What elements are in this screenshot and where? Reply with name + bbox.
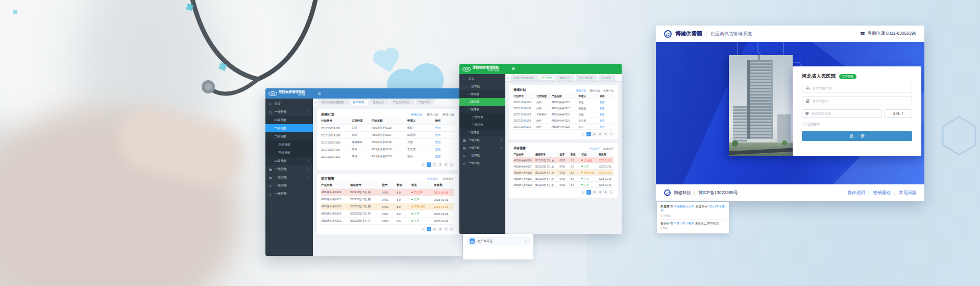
tab-close-icon[interactable]: ○	[365, 101, 366, 104]
prev-page-button[interactable]: ‹	[421, 227, 426, 231]
sidebar-item-nav2[interactable]: 二级导航v	[459, 129, 505, 136]
sidebar-item-home[interactable]: ⌂首页	[265, 100, 313, 108]
tab-user-management[interactable]: 用户管理○	[350, 99, 369, 105]
prev-page-button[interactable]: ‹	[421, 162, 426, 167]
page-button[interactable]: 2	[432, 227, 437, 231]
sidebar-item-nav1[interactable]: △一级导航	[459, 159, 505, 167]
sidebar-item-nav1[interactable]: ▦一级导航v	[459, 136, 505, 144]
remember-checkbox[interactable]	[802, 123, 805, 126]
page-button[interactable]: 3	[438, 162, 443, 167]
view-link[interactable]: 查看	[435, 155, 454, 158]
view-link[interactable]: 查看	[600, 107, 614, 110]
sidebar-item-nav2[interactable]: 二级导航v	[265, 157, 313, 165]
tab-close-icon[interactable]: ○	[571, 77, 572, 79]
tab-close-icon[interactable]: ○	[612, 77, 613, 79]
prev-page-button[interactable]: ‹	[581, 190, 585, 195]
view-link[interactable]: 查看	[435, 126, 454, 130]
page-button[interactable]: 1	[427, 162, 431, 167]
view-link[interactable]: 查看	[435, 140, 454, 144]
page-button[interactable]: 3	[438, 227, 443, 231]
tab-category-settings[interactable]: 产品分类设置○	[390, 99, 414, 105]
sidebar-item-nav2[interactable]: 二级导航^	[265, 132, 313, 140]
page-button[interactable]: 1	[586, 132, 591, 136]
menu-toggle-icon[interactable]: ≡	[318, 91, 321, 96]
stock-link-highvalue[interactable]: 高值库存	[443, 177, 454, 181]
page-button[interactable]: 2	[592, 190, 597, 195]
tab-close-icon[interactable]: ○	[553, 77, 554, 79]
plan-link-use[interactable]: 领用计划	[411, 113, 422, 116]
tab-notices[interactable]: 通知公告○	[557, 75, 574, 81]
page-button[interactable]: 2	[432, 162, 437, 167]
page-button[interactable]: 4	[444, 227, 448, 231]
notification-link[interactable]: 风暴精英小分队	[674, 205, 695, 208]
sidebar-item-nav1[interactable]: ▦一级导航v	[265, 165, 313, 173]
stock-link-product[interactable]: 产品库存	[590, 147, 600, 150]
plan-link-highvalue[interactable]: 高值计划	[443, 113, 454, 116]
plan-link-reserve[interactable]: 预约计划	[590, 89, 600, 92]
page-button[interactable]: 3	[598, 132, 602, 136]
username-input[interactable]	[812, 86, 909, 90]
password-input[interactable]	[812, 99, 909, 103]
tab-close-icon[interactable]: ○	[594, 77, 595, 79]
view-link[interactable]: 查看	[600, 113, 614, 116]
plan-link-use[interactable]: 领用计划	[576, 89, 586, 92]
next-page-button[interactable]: ›	[609, 190, 614, 195]
captcha-input[interactable]	[812, 112, 878, 115]
view-link[interactable]: 查看	[600, 119, 614, 122]
footer-link-faq[interactable]: 常见问题	[899, 190, 916, 196]
prev-page-button[interactable]: ‹	[581, 132, 585, 136]
tab-close-icon[interactable]: ○	[345, 101, 346, 104]
sidebar-item-nav2[interactable]: 二级导航	[459, 90, 505, 98]
next-page-button[interactable]: ›	[609, 132, 614, 136]
tab-cert-warning[interactable]: 资质证件效期预警○	[318, 99, 348, 105]
sidebar-item-nav1[interactable]: ▤一级导航v	[459, 144, 505, 152]
sidebar-item-nav1[interactable]: △一级导航	[265, 189, 313, 198]
tab-product-outbound[interactable]: 产品出库○	[599, 75, 615, 81]
view-link[interactable]: 查看	[435, 148, 454, 151]
captcha-question[interactable]: 6+8=?	[885, 109, 912, 118]
view-link[interactable]: 查看	[435, 133, 454, 137]
footer-link-manual[interactable]: 操作说明	[848, 190, 865, 196]
page-button[interactable]: 3	[598, 190, 602, 195]
plan-link-reserve[interactable]: 预约计划	[427, 113, 438, 116]
next-page-button[interactable]: ›	[449, 227, 454, 231]
sidebar-item-nav1[interactable]: ▢一级导航^	[459, 83, 505, 90]
tabs-collapse-icon[interactable]: «	[315, 101, 316, 104]
sidebar-item-nav2[interactable]: 二级导航	[265, 116, 313, 124]
sidebar-item-nav3[interactable]: 三级导航	[459, 121, 505, 129]
login-button[interactable]: 登 录	[802, 131, 912, 141]
page-button[interactable]: 1	[586, 190, 591, 195]
menu-toggle-icon[interactable]: ≡	[512, 66, 515, 72]
tab-product-outbound[interactable]: 产品出库○	[416, 99, 434, 105]
view-link[interactable]: 查看	[600, 101, 614, 104]
sidebar-item-nav2[interactable]: 二级导航^	[459, 106, 505, 113]
page-button[interactable]: 2	[592, 132, 597, 136]
plan-link-highvalue[interactable]: 高值计划	[603, 89, 614, 92]
expand-icon[interactable]: ↗	[524, 240, 527, 243]
tab-cert-warning[interactable]: 资质证件效期预警○	[511, 75, 537, 81]
tab-close-icon[interactable]: ○	[431, 101, 432, 104]
tab-close-icon[interactable]: ○	[534, 77, 535, 79]
stock-link-highvalue[interactable]: 高值库存	[603, 147, 614, 150]
tabs-collapse-icon[interactable]: «	[507, 76, 509, 79]
tab-close-icon[interactable]: ○	[411, 101, 412, 104]
tab-notices[interactable]: 通知公告○	[370, 99, 388, 105]
tab-user-management[interactable]: 用户管理○	[540, 75, 556, 81]
sidebar-item-nav2-active[interactable]: 二级导航	[265, 124, 313, 132]
sidebar-item-nav1[interactable]: ▤一级导航v	[265, 173, 313, 181]
tab-category-settings[interactable]: 产品分类设置○	[576, 75, 597, 81]
sidebar-item-home[interactable]: ⌂首页	[459, 75, 505, 83]
page-button[interactable]: 4	[603, 190, 608, 195]
sidebar-item-nav2-active[interactable]: 二级导航	[459, 98, 505, 106]
notification-link[interactable]: 5 月日常小需求	[674, 222, 694, 225]
sidebar-item-nav1[interactable]: ⊙一级导航	[459, 152, 505, 159]
page-button[interactable]: 1	[427, 227, 431, 231]
certificate-item[interactable]: ▤ 生产许可证 ↗	[467, 237, 530, 245]
sidebar-item-nav3[interactable]: 三级导航	[265, 140, 313, 149]
next-page-button[interactable]: ›	[449, 162, 454, 167]
page-button[interactable]: 4	[444, 162, 448, 167]
footer-link-keydriver[interactable]: 密钥驱动	[873, 190, 891, 196]
sidebar-item-nav1[interactable]: ⊙一级导航	[265, 181, 313, 189]
sidebar-item-nav1[interactable]: ▢一级导航^	[265, 108, 313, 116]
view-link[interactable]: 查看	[600, 125, 614, 128]
